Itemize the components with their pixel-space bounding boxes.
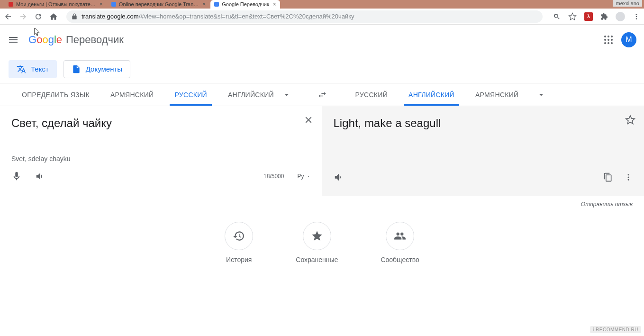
listen-target-button[interactable] [334, 172, 344, 182]
listen-source-button[interactable] [35, 171, 45, 182]
svg-point-4 [628, 177, 629, 178]
target-text-output: Light, make a seagull [334, 116, 633, 130]
app-title: Переводчик [66, 34, 124, 46]
svg-point-1 [636, 16, 637, 17]
source-pane: Свет, сделай чайку Svet, sdelay chayku 1… [0, 106, 322, 196]
app-header: Google Переводчик M [0, 25, 644, 55]
target-lang-more-icon[interactable] [529, 90, 553, 100]
save-translation-button[interactable] [625, 115, 635, 125]
saved-action[interactable]: Сохраненные [296, 222, 338, 263]
lang-target-english[interactable]: АНГЛИЙСКИЙ [398, 83, 465, 106]
mode-docs-button[interactable]: Документы [63, 60, 130, 78]
browser-tab-strip: Мои деньги | Отзывы покупате… × Online п… [0, 0, 644, 9]
watermark: i RECOMMEND.RU [590, 326, 641, 333]
google-logo[interactable]: Google Переводчик [28, 34, 124, 46]
more-options-icon[interactable] [624, 173, 633, 182]
logo-letter: o [36, 34, 42, 45]
keyboard-toggle[interactable]: Ру [297, 173, 310, 180]
lang-detect[interactable]: ОПРЕДЕЛИТЬ ЯЗЫК [11, 83, 100, 106]
profile-label[interactable]: mexxilano [613, 0, 642, 7]
community-label: Сообщество [381, 256, 419, 263]
quick-actions: История Сохраненные Сообщество [0, 222, 644, 263]
bookmark-star-icon[interactable] [568, 12, 577, 21]
lang-source-english[interactable]: АНГЛИЙСКИЙ [218, 83, 274, 106]
url-host: translate.google.com [82, 13, 139, 20]
copy-button[interactable] [603, 173, 613, 182]
swap-languages-button[interactable] [311, 90, 334, 100]
logo-letter: G [28, 34, 36, 45]
user-avatar[interactable]: M [621, 32, 636, 47]
keyboard-label: Ру [297, 173, 304, 180]
tab-title: Online переводчик Google Tran… [119, 1, 199, 7]
translation-area: Свет, сделай чайку Svet, sdelay chayku 1… [0, 106, 644, 196]
tab-favicon [9, 2, 13, 7]
forward-button[interactable] [19, 12, 27, 21]
source-text-input[interactable]: Свет, сделай чайку [11, 116, 311, 130]
google-apps-icon[interactable] [604, 36, 613, 44]
browser-tab[interactable]: Online переводчик Google Tran… × [108, 0, 209, 9]
zoom-icon[interactable] [553, 13, 561, 20]
address-bar[interactable]: translate.google.com/#view=home&op=trans… [66, 10, 543, 23]
source-lang-more-icon[interactable] [274, 90, 299, 100]
browser-tab-active[interactable]: Google Переводчик × [210, 0, 280, 9]
home-button[interactable] [49, 12, 58, 21]
mode-bar: Текст Документы [0, 55, 644, 83]
close-icon[interactable]: × [273, 1, 276, 8]
target-languages: РУССКИЙ АНГЛИЙСКИЙ АРМЯНСКИЙ [334, 83, 644, 106]
browser-toolbar: translate.google.com/#view=home&op=trans… [0, 9, 644, 25]
mode-text-button[interactable]: Текст [9, 60, 57, 78]
url-path: /#view=home&op=translate&sl=ru&tl=en&tex… [139, 13, 354, 20]
profile-avatar-icon[interactable] [616, 12, 625, 21]
target-pane: Light, make a seagull [322, 106, 644, 196]
lang-target-russian[interactable]: РУССКИЙ [345, 83, 399, 106]
close-icon[interactable]: × [100, 1, 103, 8]
saved-label: Сохраненные [296, 256, 338, 263]
community-icon [386, 222, 414, 250]
svg-point-0 [636, 14, 637, 15]
close-icon[interactable]: × [202, 1, 206, 8]
mic-button[interactable] [11, 171, 22, 182]
tab-title: Мои деньги | Отзывы покупате… [16, 1, 96, 7]
send-feedback-link[interactable]: Отправить отзыв [0, 196, 644, 212]
extensions-icon[interactable] [600, 13, 608, 20]
logo-letter: e [56, 34, 62, 45]
lock-icon [71, 13, 78, 20]
chrome-menu-icon[interactable] [633, 13, 640, 20]
svg-point-3 [628, 174, 629, 175]
svg-point-2 [636, 18, 637, 19]
back-button[interactable] [4, 12, 12, 21]
history-label: История [226, 256, 252, 263]
tab-favicon [111, 2, 116, 7]
lang-source-russian[interactable]: РУССКИЙ [164, 83, 218, 106]
mode-docs-label: Документы [86, 65, 122, 73]
svg-point-5 [628, 179, 629, 181]
language-bar: ОПРЕДЕЛИТЬ ЯЗЫК АРМЯНСКИЙ РУССКИЙ АНГЛИЙ… [0, 83, 644, 106]
reload-button[interactable] [34, 12, 43, 21]
hamburger-menu-icon[interactable] [8, 34, 19, 45]
tab-title: Google Переводчик [222, 1, 269, 7]
logo-letter: g [48, 34, 54, 45]
logo-letter: o [42, 34, 48, 45]
pdf-extension-icon[interactable]: λ [584, 12, 593, 21]
source-languages: ОПРЕДЕЛИТЬ ЯЗЫК АРМЯНСКИЙ РУССКИЙ АНГЛИЙ… [0, 83, 311, 106]
history-icon [225, 222, 253, 250]
transliteration: Svet, sdelay chayku [11, 155, 311, 163]
lang-source-armenian[interactable]: АРМЯНСКИЙ [100, 83, 164, 106]
star-icon [303, 222, 331, 250]
tab-favicon [214, 2, 219, 7]
mode-text-label: Текст [31, 65, 49, 73]
lang-target-armenian[interactable]: АРМЯНСКИЙ [465, 83, 529, 106]
clear-input-button[interactable] [303, 115, 314, 125]
community-action[interactable]: Сообщество [381, 222, 419, 263]
browser-tab[interactable]: Мои деньги | Отзывы покупате… × [5, 0, 107, 9]
character-count: 18/5000 [263, 173, 284, 180]
history-action[interactable]: История [225, 222, 253, 263]
